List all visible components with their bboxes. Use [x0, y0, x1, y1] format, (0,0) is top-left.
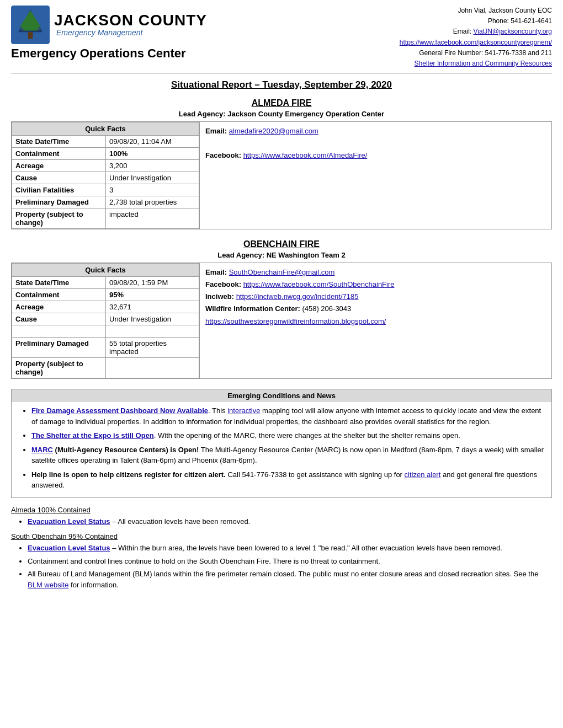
org-name-block: JACKSON COUNTY Emergency Management	[54, 13, 207, 37]
almeda-evac-link[interactable]: Evacuation Level Status	[28, 517, 110, 526]
table-row: State Date/Time 09/08/20, 11:04 AM	[12, 136, 199, 148]
almeda-row6-label: Preliminary Damaged	[12, 196, 106, 208]
obenchain-row6-value: 55 total properties impacted	[106, 338, 199, 358]
list-item: All Bureau of Land Management (BLM) land…	[28, 569, 552, 590]
org-name-main: JACKSON COUNTY	[54, 13, 207, 28]
obenchain-email-link[interactable]: SouthObenchainFire@gmail.com	[229, 268, 335, 276]
table-row: Civilian Fatalities 3	[12, 184, 199, 196]
almeda-section-header: Almeda 100% Contained	[11, 506, 552, 514]
logo-section: JACKSON COUNTY Emergency Management Emer…	[11, 6, 207, 61]
almeda-contact-facebook: Facebook: https://www.facebook.com/Almed…	[205, 149, 546, 162]
obenchain-fire-name: OBENCHAIN FIRE	[11, 239, 552, 249]
obenchain-quick-facts-header: Quick Facts	[12, 264, 199, 277]
table-row: Property (subject to change) impacted	[12, 208, 199, 229]
obenchain-row6-label: Preliminary Damaged	[12, 338, 106, 358]
interactive-link[interactable]: interactive	[227, 406, 260, 415]
eoc-title: Emergency Operations Center	[11, 46, 186, 61]
obenchain-fire-table-wrapper: Quick Facts State Date/Time 09/08/20, 1:…	[11, 263, 552, 379]
almeda-row2-value: 100%	[106, 148, 199, 160]
marc-link[interactable]: MARC	[31, 446, 53, 454]
almeda-row4-label: Cause	[12, 172, 106, 184]
logo-top: JACKSON COUNTY Emergency Management	[11, 6, 207, 44]
almeda-email-link[interactable]: almedafire2020@gmail.com	[229, 127, 318, 135]
header-divider	[11, 73, 552, 74]
obenchain-inciweb-link[interactable]: https://inciweb.nwcg.gov/incident/7185	[236, 292, 359, 301]
obenchain-evac-link[interactable]: Evacuation Level Status	[28, 544, 110, 552]
phone-label: Phone:	[488, 17, 509, 25]
obenchain-row7-value	[106, 358, 199, 378]
almeda-row3-label: Acreage	[12, 160, 106, 172]
contact-block: John Vial, Jackson County EOC Phone: 541…	[400, 6, 552, 69]
obenchain-section-header: South Obenchain 95% Contained	[11, 532, 552, 540]
obenchain-wildfire-label: Wildfire Information Center:	[205, 304, 300, 313]
emerging-conditions-title: Emerging Conditions and News	[12, 389, 551, 402]
facebook-link[interactable]: https://www.facebook.com/jacksoncountyor…	[400, 39, 552, 46]
obenchain-facebook-link[interactable]: https://www.facebook.com/SouthObenchainF…	[243, 280, 395, 288]
table-row: Preliminary Damaged 55 total properties …	[12, 338, 199, 358]
svg-rect-3	[28, 32, 33, 39]
table-row: Cause Under Investigation	[12, 172, 199, 184]
general-fire-row: General Fire Number: 541-776-7338 and 21…	[400, 48, 552, 58]
almeda-row1-label: State Date/Time	[12, 136, 106, 148]
almeda-header-rest: 100% Contained	[35, 506, 91, 514]
almeda-facebook-link[interactable]: https://www.facebook.com/AlmedaFire/	[243, 151, 368, 159]
obenchain-contact-blog: https://southwestoregonwildfireinformati…	[205, 315, 546, 328]
shelter-link[interactable]: Shelter Information and Community Resour…	[415, 60, 552, 67]
obenchain-row1-label: State Date/Time	[12, 277, 106, 289]
org-name-sub: Emergency Management	[56, 28, 207, 37]
almeda-update-section: Almeda 100% Contained Evacuation Level S…	[11, 506, 552, 527]
obenchain-update-section: South Obenchain 95% Contained Evacuation…	[11, 532, 552, 590]
facebook-link-row: https://www.facebook.com/jacksoncountyor…	[400, 38, 552, 48]
almeda-fire-lead: Lead Agency: Jackson County Emergency Op…	[11, 110, 552, 118]
table-row	[12, 325, 199, 338]
almeda-fire-name: ALMEDA FIRE	[11, 98, 552, 108]
almeda-contact-email: Email: almedafire2020@gmail.com	[205, 125, 546, 137]
obenchain-fire-lead: Lead Agency: NE Washington Team 2	[11, 251, 552, 259]
almeda-row3-value: 3,200	[106, 160, 199, 172]
phone-number: 541-621-4641	[511, 17, 552, 25]
table-row: Acreage 3,200	[12, 160, 199, 172]
almeda-header-bold: Almeda	[11, 506, 35, 514]
almeda-row1-value: 09/08/20, 11:04 AM	[106, 136, 199, 148]
emerging-conditions-box: Emerging Conditions and News Fire Damage…	[11, 389, 552, 498]
obenchain-row5-value	[106, 325, 199, 338]
table-row: State Date/Time 09/08/20, 1:59 PM	[12, 277, 199, 289]
list-item: Containment and control lines continue t…	[28, 556, 552, 567]
obenchain-facebook-label: Facebook:	[205, 280, 241, 288]
obenchain-contact-inciweb: Inciweb: https://inciweb.nwcg.gov/incide…	[205, 291, 546, 303]
citizen-alert-link[interactable]: citizen alert	[405, 470, 441, 479]
email-link[interactable]: VialJN@jacksoncounty.org	[474, 28, 552, 35]
list-item: Fire Damage Assessment Dashboard Now Ava…	[31, 405, 546, 427]
obenchain-contact-email: Email: SouthObenchainFire@gmail.com	[205, 266, 546, 279]
obenchain-row1-value: 09/08/20, 1:59 PM	[106, 277, 199, 289]
obenchain-contact-wildfire: Wildfire Information Center: (458) 206-3…	[205, 303, 546, 315]
emerging-list: Fire Damage Assessment Dashboard Now Ava…	[23, 405, 546, 491]
list-item: Evacuation Level Status – Within the bur…	[28, 543, 552, 554]
almeda-row7-value: impacted	[106, 208, 199, 229]
report-title: Situational Report – Tuesday, September …	[11, 79, 552, 90]
emerging-conditions-content: Fire Damage Assessment Dashboard Now Ava…	[12, 402, 551, 497]
table-row: Acreage 32,671	[12, 301, 199, 313]
jackson-county-logo-icon	[11, 6, 50, 44]
obenchain-row4-label: Cause	[12, 313, 106, 325]
almeda-fire-section: ALMEDA FIRE Lead Agency: Jackson County …	[11, 98, 552, 229]
shelter-expo-link[interactable]: The Shelter at the Expo is still Open	[31, 431, 154, 440]
almeda-row5-value: 3	[106, 184, 199, 196]
almeda-contact-block: Email: almedafire2020@gmail.com Facebook…	[199, 122, 551, 229]
almeda-row7-label: Property (subject to change)	[12, 208, 106, 229]
fire-damage-link[interactable]: Fire Damage Assessment Dashboard Now Ava…	[31, 406, 208, 415]
obenchain-header-bold: South Obenchain	[11, 532, 66, 540]
obenchain-row5-label	[12, 325, 106, 338]
obenchain-blog-link[interactable]: https://southwestoregonwildfireinformati…	[205, 317, 386, 325]
obenchain-wildfire-phone: (458) 206-3043	[302, 304, 351, 313]
obenchain-inciweb-label: Inciweb:	[205, 292, 234, 301]
almeda-row4-value: Under Investigation	[106, 172, 199, 184]
obenchain-row3-value: 32,671	[106, 301, 199, 313]
almeda-bullets: Evacuation Level Status – All evacuation…	[11, 516, 552, 527]
obenchain-bullets: Evacuation Level Status – Within the bur…	[11, 543, 552, 590]
almeda-quick-facts-header: Quick Facts	[12, 122, 199, 136]
contact-phone: Phone: 541-621-4641	[400, 16, 552, 26]
obenchain-row3-label: Acreage	[12, 301, 106, 313]
table-row: Containment 100%	[12, 148, 199, 160]
blm-website-link[interactable]: BLM website	[28, 581, 68, 589]
